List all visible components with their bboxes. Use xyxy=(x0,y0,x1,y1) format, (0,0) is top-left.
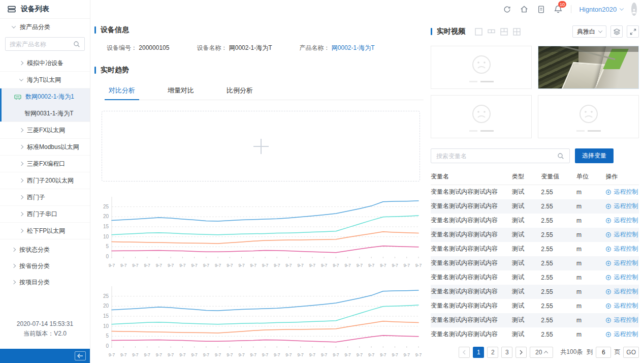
sidebar-item[interactable]: 智网0031-1-海为T xyxy=(0,105,90,122)
variable-name: 变量名测试内容测试内容 xyxy=(431,228,512,242)
remote-control-label: 远程控制 xyxy=(614,287,638,296)
sidebar-item-label: 智网0031-1-海为T xyxy=(24,109,74,118)
layout-two-icon[interactable] xyxy=(488,28,495,36)
video-slot-2-camera-feed[interactable] xyxy=(538,46,639,89)
variable-name: 变量名测试内容测试内容 xyxy=(431,285,512,299)
page-size-select[interactable]: 20 xyxy=(530,347,553,358)
video-slot-3[interactable] xyxy=(431,95,532,138)
fullscreen-button[interactable] xyxy=(627,25,639,38)
product-search xyxy=(5,37,85,51)
variable-search-input[interactable] xyxy=(436,153,554,160)
page-button-3[interactable]: 3 xyxy=(501,347,512,358)
sidebar-item[interactable]: 西门子200以太网 xyxy=(0,172,90,189)
variable-value: 2.55 xyxy=(541,285,576,299)
remote-control-link[interactable]: 远程控制 xyxy=(605,327,639,342)
prev-page-button[interactable] xyxy=(459,347,470,358)
sidebar-item[interactable]: 数网0002-1-海为1 xyxy=(0,88,90,105)
sidebar-footer: 2020-07-14 15:53:31 当前版本：V2.0 xyxy=(0,319,90,349)
tab-对比分析[interactable]: 对比分析 xyxy=(107,82,137,100)
collapse-sidebar-icon[interactable] xyxy=(75,351,86,360)
remote-control-link[interactable]: 远程控制 xyxy=(605,214,639,228)
go-button[interactable]: GO xyxy=(623,347,639,358)
layout-three-icon[interactable] xyxy=(500,28,508,36)
table-row: 变量名测试内容测试内容测试2.55m远程控制 xyxy=(431,313,639,327)
group-label: 按产品分类 xyxy=(20,23,50,32)
layout-four-icon[interactable] xyxy=(513,28,521,36)
sidebar-item[interactable]: 西门子 xyxy=(0,189,90,206)
remote-control-link[interactable]: 远程控制 xyxy=(605,313,639,327)
page-button-1[interactable]: 1 xyxy=(473,347,484,358)
sidebar-group-label: 按项目分类 xyxy=(19,278,50,287)
video-slot-4[interactable] xyxy=(538,95,639,138)
next-page-button[interactable] xyxy=(516,347,527,358)
svg-text:9-7: 9-7 xyxy=(144,352,151,357)
svg-text:9-7: 9-7 xyxy=(262,263,269,268)
sidebar-item[interactable]: 海为T以太网 xyxy=(0,72,90,88)
chevron-right-icon xyxy=(19,162,23,166)
svg-text:20: 20 xyxy=(103,303,109,309)
svg-text:5: 5 xyxy=(106,244,109,249)
sidebar-item-label: 三菱FX编程口 xyxy=(27,160,65,168)
sidebar-item[interactable]: 西门子串口 xyxy=(0,206,90,223)
remote-control-icon xyxy=(605,189,611,195)
product-name-link[interactable]: 网0002-1-海为T xyxy=(332,44,375,51)
sidebar-group[interactable]: 按省份分类 xyxy=(0,258,90,274)
bell-icon[interactable]: 10 xyxy=(554,5,563,14)
variable-table: 变量名 类型 变量值 单位 操作 变量名测试内容测试内容测试2.55m远程控制变… xyxy=(431,169,639,342)
remote-control-link[interactable]: 远程控制 xyxy=(605,242,639,256)
remote-control-label: 远程控制 xyxy=(614,216,638,225)
svg-text:9-7: 9-7 xyxy=(309,263,316,268)
page-button-2[interactable]: 2 xyxy=(487,347,498,358)
field-value: 网0002-1-海为T xyxy=(229,44,272,51)
remote-control-icon xyxy=(605,317,611,323)
trend-tabs: 对比分析增量对比比例分析 xyxy=(107,82,424,100)
svg-text:9-7: 9-7 xyxy=(309,352,316,357)
variable-value: 2.55 xyxy=(541,199,576,214)
remote-control-link[interactable]: 远程控制 xyxy=(605,256,639,270)
remote-control-link[interactable]: 远程控制 xyxy=(605,185,639,199)
tab-比例分析[interactable]: 比例分析 xyxy=(224,82,255,100)
theme-select[interactable]: 典雅白 xyxy=(572,25,606,38)
remote-control-label: 远程控制 xyxy=(614,301,638,310)
remote-control-label: 远程控制 xyxy=(614,188,638,196)
layers-button[interactable] xyxy=(610,25,623,38)
add-variable-dropzone[interactable] xyxy=(102,111,420,182)
select-variable-button[interactable]: 选择变量 xyxy=(575,148,614,163)
product-search-input[interactable] xyxy=(10,41,70,48)
section-bar xyxy=(94,26,96,34)
variable-value: 2.55 xyxy=(541,256,576,270)
sidebar-item[interactable]: 三菱FX以太网 xyxy=(0,122,90,139)
tab-增量对比[interactable]: 增量对比 xyxy=(166,82,196,100)
document-icon[interactable] xyxy=(537,5,545,14)
trend-chart-2-wrap: 05101520259-79-79-79-79-79-79-79-79-79-7… xyxy=(98,280,424,360)
sidebar-item[interactable]: 标准Modbus以太网 xyxy=(0,139,90,156)
sidebar-item[interactable]: 三菱FX编程口 xyxy=(0,156,90,172)
svg-text:9-7: 9-7 xyxy=(215,263,221,268)
sidebar-group[interactable]: 按项目分类 xyxy=(0,274,90,290)
remote-control-link[interactable]: 远程控制 xyxy=(605,270,639,285)
variable-type: 测试 xyxy=(512,228,541,242)
remote-control-link[interactable]: 远程控制 xyxy=(605,228,639,242)
svg-text:9-7: 9-7 xyxy=(109,352,115,357)
avatar[interactable] xyxy=(631,3,637,16)
layout-single-icon[interactable] xyxy=(475,28,482,36)
remote-control-link[interactable]: 远程控制 xyxy=(605,299,639,313)
product-name-field: 产品名称： 网0002-1-海为T xyxy=(299,44,374,52)
sidebar-group[interactable]: 按状态分类 xyxy=(0,241,90,258)
svg-text:9-7: 9-7 xyxy=(404,352,410,357)
goto-page-input[interactable] xyxy=(596,347,611,358)
username: Hignton2020 xyxy=(579,6,617,13)
sidebar-item[interactable]: 模拟中冶设备 xyxy=(0,55,90,72)
table-row: 变量名测试内容测试内容测试2.55m远程控制 xyxy=(431,228,639,242)
device-list-icon xyxy=(7,5,16,14)
video-slot-1[interactable] xyxy=(431,46,532,89)
sidebar-item[interactable]: 松下FP以太网 xyxy=(0,223,90,239)
refresh-icon[interactable] xyxy=(503,5,511,14)
sidebar-tree: 模拟中冶设备海为T以太网数网0002-1-海为1智网0031-1-海为T三菱FX… xyxy=(0,55,90,239)
user-menu[interactable]: Hignton2020 xyxy=(579,6,623,13)
remote-control-label: 远程控制 xyxy=(614,330,638,339)
remote-control-link[interactable]: 远程控制 xyxy=(605,199,639,214)
home-icon[interactable] xyxy=(520,5,529,14)
sidebar-group-product[interactable]: 按产品分类 xyxy=(0,19,90,35)
remote-control-link[interactable]: 远程控制 xyxy=(605,285,639,299)
